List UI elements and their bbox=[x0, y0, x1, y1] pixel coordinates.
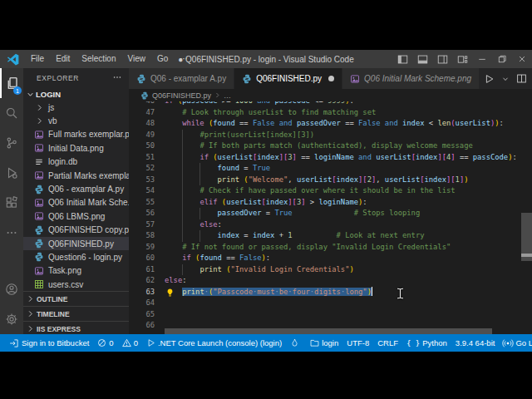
line-content[interactable] bbox=[165, 298, 532, 309]
code-line-57[interactable]: 57 else: bbox=[129, 219, 532, 231]
customize-layout-icon[interactable] bbox=[452, 50, 472, 68]
status-broadcast[interactable]: Go Live bbox=[499, 334, 532, 352]
menu-view[interactable]: View bbox=[122, 50, 152, 68]
section-outline[interactable]: OUTLINE bbox=[23, 291, 129, 306]
code-line-59[interactable]: 59 # If not found or passed, display "In… bbox=[129, 242, 532, 254]
editor-action-split-editor-icon[interactable] bbox=[513, 68, 530, 89]
code-line-54[interactable]: 54 # Check if have passed over where it … bbox=[129, 185, 532, 197]
line-number[interactable]: 65 bbox=[129, 309, 165, 321]
section-timeline[interactable]: TIMELINE bbox=[23, 306, 129, 321]
folder-header-login[interactable]: LOGIN bbox=[23, 87, 129, 101]
toggle-panel-icon[interactable] bbox=[412, 50, 432, 68]
line-content[interactable]: while (found == False and passedOver == … bbox=[165, 118, 532, 130]
code-line-61[interactable]: 61 print ("Invalid Login Credentials") bbox=[129, 264, 532, 276]
line-content[interactable]: else: bbox=[165, 275, 532, 287]
tree-item-question6-login-py[interactable]: Question6 - login.py bbox=[23, 250, 129, 264]
menu-[interactable]: ⋯ bbox=[174, 50, 194, 68]
toggle-secondary-sidebar-icon[interactable] bbox=[432, 50, 452, 68]
line-content[interactable]: print ("Invalid Login Credentials") bbox=[165, 264, 532, 276]
status-signin[interactable]: Sign in to Bitbucket bbox=[5, 334, 93, 352]
line-content[interactable]: # Check if have passed over where it sho… bbox=[165, 185, 532, 197]
code-line-62[interactable]: 62else: bbox=[129, 275, 532, 287]
status-utf-8[interactable]: UTF-8 bbox=[342, 334, 373, 352]
breadcrumb-file[interactable]: Q06FINISHED.py bbox=[152, 91, 211, 100]
tree-item-q06-initial-mark-sche-[interactable]: Q06 Initial Mark Sche... bbox=[23, 196, 129, 209]
tree-item-initial-data-png[interactable]: Initial Data.png bbox=[23, 141, 129, 155]
menu-selection[interactable]: Selection bbox=[76, 50, 121, 68]
line-number[interactable]: 49 bbox=[129, 130, 165, 141]
status-error[interactable]: 0 bbox=[93, 334, 117, 352]
editor-action-chevron-down-icon[interactable] bbox=[498, 68, 513, 89]
restore-button[interactable] bbox=[492, 50, 512, 68]
line-content[interactable]: index = index + 1 # Look at next entry bbox=[165, 230, 532, 242]
status-flame[interactable] bbox=[286, 334, 306, 352]
tab-q06-initial-mark-scheme-png[interactable]: Q06 Initial Mark Scheme.png bbox=[342, 68, 480, 89]
line-number[interactable]: 50 bbox=[129, 140, 165, 152]
code-line-47[interactable]: 47 # Look through userList to find match… bbox=[129, 107, 532, 119]
editor-action-run-icon[interactable] bbox=[480, 68, 498, 89]
tree-item-login-db[interactable]: login.db bbox=[23, 155, 129, 169]
line-number[interactable]: 58 bbox=[129, 230, 165, 242]
activitybar-account-icon[interactable] bbox=[0, 274, 23, 304]
menu-go[interactable]: Go bbox=[151, 50, 174, 68]
activitybar-run-debug-icon[interactable] bbox=[0, 158, 23, 188]
line-number[interactable]: 66 bbox=[129, 320, 165, 332]
activitybar-more-icon[interactable] bbox=[0, 218, 23, 248]
close-button[interactable] bbox=[512, 50, 532, 68]
line-number[interactable]: 52 bbox=[129, 163, 165, 175]
line-number[interactable]: 51 bbox=[129, 152, 165, 164]
code-line-64[interactable]: 64 bbox=[129, 298, 532, 309]
line-content[interactable]: elif (userList[index][3] > loginName): bbox=[165, 197, 532, 209]
code-line-65[interactable]: 65 bbox=[129, 309, 532, 321]
menu-edit[interactable]: Edit bbox=[50, 50, 76, 68]
line-number[interactable]: 57 bbox=[129, 219, 165, 231]
modified-dot-icon[interactable] bbox=[328, 76, 334, 81]
activitybar-extensions-icon[interactable] bbox=[0, 188, 23, 218]
tree-item-q06-examplar-a-py[interactable]: Q06 - examplar A.py bbox=[23, 182, 129, 195]
code-line-55[interactable]: 55 elif (userList[index][3] > loginName)… bbox=[129, 197, 532, 209]
status-braces[interactable]: { }Python bbox=[402, 334, 451, 352]
tree-item-task-png[interactable]: Task.png bbox=[23, 264, 129, 278]
code-line-50[interactable]: 50 # If both parts match (authenticated)… bbox=[129, 140, 532, 152]
code-line-56[interactable]: 56 passedOver = True # Stops looping bbox=[129, 208, 532, 219]
code-editor[interactable]: 46if (passcode >= 1000 and passcode <= 9… bbox=[129, 101, 532, 334]
code-line-58[interactable]: 58 index = index + 1 # Look at next entr… bbox=[129, 230, 532, 242]
status-3-9-4-64-bit[interactable]: 3.9.4 64-bit bbox=[451, 334, 500, 352]
status-warning[interactable]: 0 bbox=[118, 334, 142, 352]
tab-q06-examplar-a-py[interactable]: Q06 - examplar A.py bbox=[129, 68, 234, 89]
line-number[interactable]: 53 bbox=[129, 175, 165, 186]
code-line-51[interactable]: 51 if (userList[index][3] == loginName a… bbox=[129, 152, 532, 164]
line-number[interactable]: 59 bbox=[129, 242, 165, 254]
line-content[interactable] bbox=[165, 309, 532, 321]
line-content[interactable]: if (found == False): bbox=[165, 253, 532, 264]
line-number[interactable]: 63 bbox=[129, 287, 165, 298]
activitybar-search-icon[interactable] bbox=[0, 98, 23, 128]
activitybar-source-control-icon[interactable] bbox=[0, 128, 23, 158]
status-crlf[interactable]: CRLF bbox=[373, 334, 402, 352]
tree-item-q06finished-copy-py[interactable]: Q06FINISHED copy.py bbox=[23, 224, 129, 237]
line-content[interactable]: # If not found or passed, display "Inval… bbox=[165, 242, 532, 254]
minimize-button[interactable] bbox=[472, 50, 492, 68]
line-content[interactable]: #print(userList[index][3]) bbox=[165, 130, 532, 141]
line-content[interactable]: print ("Welcome", userList[index][2], us… bbox=[165, 175, 532, 186]
line-content[interactable]: else: bbox=[165, 219, 532, 231]
tree-item-partial-marks-exempla-[interactable]: Partial Marks exempla... bbox=[23, 169, 129, 182]
code-line-48[interactable]: 48 while (found == False and passedOver … bbox=[129, 118, 532, 130]
line-content[interactable]: print·("Passcode·must·be·four·digits·lon… bbox=[165, 287, 532, 298]
horizontal-scrollbar[interactable] bbox=[165, 328, 520, 334]
code-line-53[interactable]: 53 print ("Welcome", userList[index][2],… bbox=[129, 175, 532, 186]
breadcrumb-more[interactable]: … bbox=[224, 91, 231, 100]
line-content[interactable]: # Look through userList to find matching… bbox=[165, 107, 532, 119]
code-line-60[interactable]: 60 if (found == False): bbox=[129, 253, 532, 264]
code-line-49[interactable]: 49 #print(userList[index][3]) bbox=[129, 130, 532, 141]
line-number[interactable]: 48 bbox=[129, 118, 165, 130]
tree-item-full-marks-exemplar-p-[interactable]: Full marks exemplar.p... bbox=[23, 128, 129, 141]
line-number[interactable]: 47 bbox=[129, 107, 165, 119]
line-number[interactable]: 60 bbox=[129, 253, 165, 264]
code-line-52[interactable]: 52 found = True bbox=[129, 163, 532, 175]
line-content[interactable]: passedOver = True # Stops looping bbox=[165, 208, 532, 219]
line-number[interactable]: 61 bbox=[129, 264, 165, 276]
line-number[interactable]: 64 bbox=[129, 298, 165, 309]
line-content[interactable]: if (userList[index][3] == loginName and … bbox=[165, 152, 532, 164]
section-iis-express[interactable]: IIS EXPRESS bbox=[23, 321, 129, 334]
